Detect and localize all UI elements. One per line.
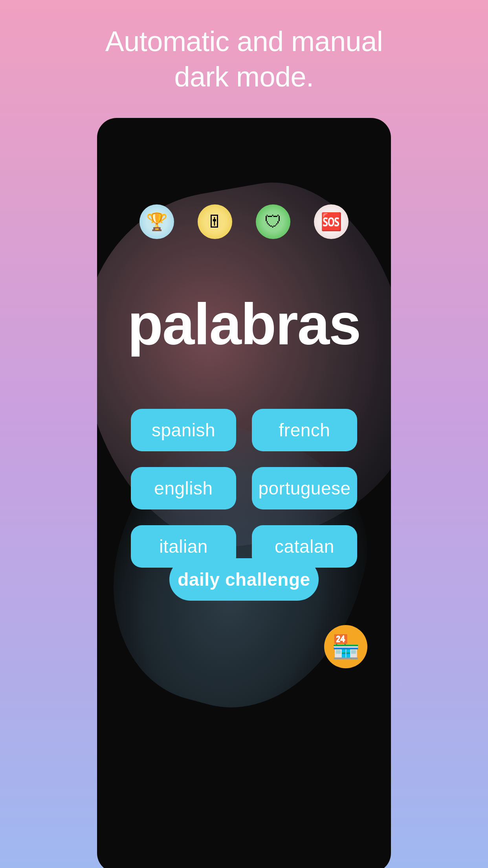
- shop-icon[interactable]: 🏪: [324, 625, 367, 668]
- english-button[interactable]: english: [131, 467, 236, 509]
- shield-icon[interactable]: 🛡: [256, 204, 290, 239]
- lifering-icon[interactable]: 🆘: [314, 204, 349, 239]
- daily-challenge-button[interactable]: daily challenge: [169, 558, 319, 601]
- app-title: palabras: [97, 291, 391, 358]
- portuguese-button[interactable]: portuguese: [252, 467, 357, 509]
- language-row-1: spanish french: [131, 409, 357, 451]
- spanish-button[interactable]: spanish: [131, 409, 236, 451]
- trophy-icon[interactable]: 🏆: [139, 204, 174, 239]
- language-grid: spanish french english portuguese italia…: [97, 409, 391, 568]
- language-row-2: english portuguese: [131, 467, 357, 509]
- nav-icons-row: 🏆 🎚 🛡 🆘: [97, 204, 391, 239]
- top-banner: Automatic and manual dark mode.: [0, 0, 488, 118]
- banner-title: Automatic and manual dark mode.: [31, 24, 457, 94]
- french-button[interactable]: french: [252, 409, 357, 451]
- phone-frame: 🏆 🎚 🛡 🆘 palabras spanish french english …: [97, 118, 391, 868]
- sliders-icon[interactable]: 🎚: [198, 204, 232, 239]
